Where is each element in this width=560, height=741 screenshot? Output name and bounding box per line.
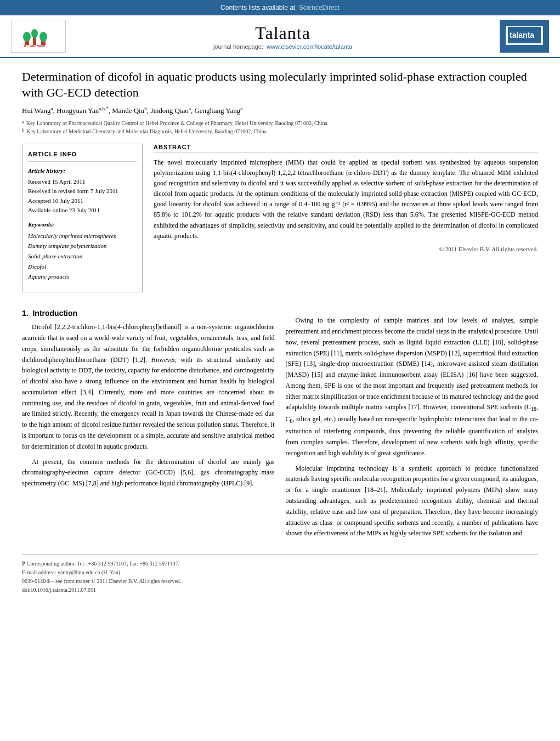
affiliation-b: b Key Laboratory of Medicinal Chemistry … [22, 127, 538, 135]
abstract-column: ABSTRACT The novel molecularly imprinted… [154, 144, 538, 293]
abstract-label: ABSTRACT [154, 144, 538, 153]
keywords-list: Molecularly imprinted microspheres Dummy… [28, 231, 137, 282]
footnote-area: ⁋ Corresponding author. Tel.: +86 312 59… [22, 555, 538, 595]
page: Contents lists available at ScienceDirec… [0, 0, 560, 741]
keyword-2: Dummy template polymerization [28, 241, 137, 251]
introduction-section: 1. Introduction Dicofol [2,2,2-trichloro… [22, 309, 275, 489]
homepage-label-text: journal homepage: [213, 43, 263, 50]
aff-a-text: Key Laboratory of Pharmaceutical Quality… [26, 119, 327, 127]
right-para-1: Owing to the complexity of sample matric… [286, 315, 539, 459]
elsevier-logo-svg: ELSEVIER [22, 25, 55, 47]
email-note: E-mail address: yanhy@hnu.edu.cn (H. Yan… [22, 568, 538, 577]
issn-note: 0039-9140/$ – see front matter © 2011 El… [22, 577, 538, 586]
available-date: Available online 23 July 2011 [28, 206, 137, 216]
sciencedirect-link[interactable]: ScienceDirect [299, 4, 340, 12]
body-columns: 1. Introduction Dicofol [2,2,2-trichloro… [22, 298, 538, 544]
journal-homepage-label: journal homepage: www.elsevier.com/locat… [71, 43, 494, 50]
svg-text:ELSEVIER: ELSEVIER [24, 44, 46, 47]
journal-title: Talanta [71, 23, 494, 43]
keyword-3: Solid-phase extraction [28, 251, 137, 262]
article-history-group: Article history: Received 15 April 2011 … [28, 166, 137, 216]
right-para-2: Molecular imprinting technology is a syn… [286, 463, 539, 540]
keywords-group: Keywords: Molecularly imprinted microsph… [28, 220, 137, 282]
article-title: Determination of dicofol in aquatic prod… [22, 69, 538, 100]
affiliation-a: a Key Laboratory of Pharmaceutical Quali… [22, 119, 538, 127]
keyword-1: Molecularly imprinted microspheres [28, 231, 137, 241]
talanta-logo-box: talanta [500, 20, 549, 53]
contents-text: Contents lists available at [220, 4, 295, 12]
copyright-text: © 2011 Elsevier B.V. All rights reserved… [154, 246, 538, 252]
keywords-label: Keywords: [28, 220, 137, 230]
article-info-label: ARTICLE INFO [28, 150, 137, 162]
journal-homepage-link[interactable]: www.elsevier.com/locate/talanta [267, 43, 352, 50]
elsevier-logo: ELSEVIER [11, 20, 66, 53]
aff-b-text: Key Laboratory of Medicinal Chemistry an… [26, 127, 267, 135]
keyword-4: Dicofol [28, 262, 137, 272]
svg-text:talanta: talanta [510, 31, 534, 39]
intro-para-1: Dicofol [2,2,2-trichloro-1,1-bis(4-chlor… [22, 322, 275, 452]
article-content: Determination of dicofol in aquatic prod… [0, 58, 560, 606]
svg-point-1 [23, 32, 31, 42]
keyword-5: Aquatic products [28, 271, 137, 282]
intro-para-2: At present, the common methods for the d… [22, 457, 275, 489]
talanta-logo-svg: talanta [508, 27, 541, 43]
body-left-column: 1. Introduction Dicofol [2,2,2-trichloro… [22, 298, 275, 544]
journal-center: Talanta journal homepage: www.elsevier.c… [71, 23, 494, 50]
received-date: Received 15 April 2011 [28, 177, 137, 187]
right-body-text: Owing to the complexity of sample matric… [286, 315, 539, 539]
top-bar: Contents lists available at ScienceDirec… [0, 0, 560, 15]
info-abstract-columns: ARTICLE INFO Article history: Received 1… [22, 144, 538, 293]
body-right-column: Owing to the complexity of sample matric… [286, 298, 539, 544]
svg-point-5 [39, 32, 47, 42]
received-revised-date: Received in revised form 7 July 2011 [28, 186, 137, 196]
talanta-logo-inner: talanta [506, 26, 543, 45]
journal-header: ELSEVIER Talanta journal homepage: www.e… [0, 15, 560, 58]
article-info-box: ARTICLE INFO Article history: Received 1… [22, 144, 143, 293]
intro-section-title: 1. Introduction [22, 309, 275, 318]
intro-body-text: Dicofol [2,2,2-trichloro-1,1-bis(4-chlor… [22, 322, 275, 489]
authors-line: Hui Wanga, Hongyuan Yana,b,*, Mande Qiub… [22, 106, 538, 115]
intro-number: 1. [22, 309, 29, 318]
accepted-date: Accepted 10 July 2011 [28, 196, 137, 206]
abstract-text: The novel molecularly imprinted microsph… [154, 157, 538, 242]
affiliations: a Key Laboratory of Pharmaceutical Quali… [22, 119, 538, 135]
sciencedirect-notice: Contents lists available at ScienceDirec… [220, 4, 340, 12]
corresponding-author-note: ⁋ Corresponding author. Tel.: +86 312 59… [22, 559, 538, 568]
history-label: Article history: [28, 166, 137, 176]
intro-title: Introduction [32, 309, 77, 318]
doi-note: doi:10.1016/j.talanta.2011.07.051 [22, 586, 538, 595]
svg-point-3 [31, 29, 38, 38]
article-info-column: ARTICLE INFO Article history: Received 1… [22, 144, 143, 293]
